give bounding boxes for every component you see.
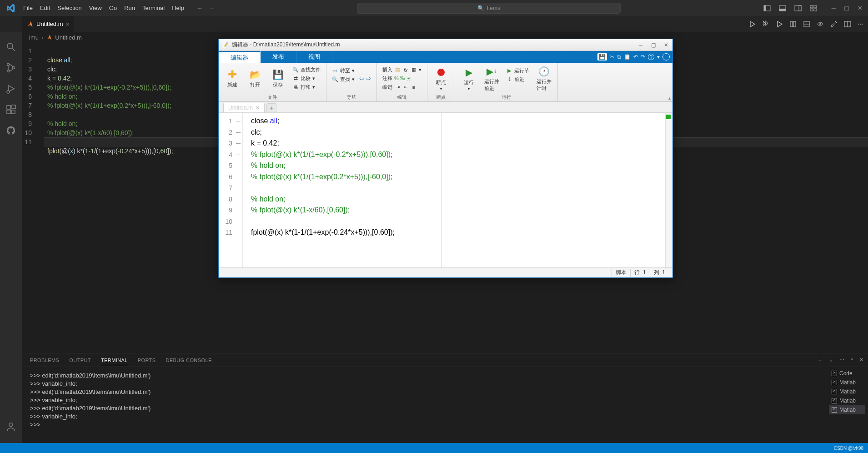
editor-tab-close-icon[interactable]: × xyxy=(66,20,70,28)
account-icon[interactable] xyxy=(5,421,16,432)
terminal-list-item[interactable]: Code xyxy=(829,369,865,378)
new-file-icon: ✚ xyxy=(226,69,238,81)
window-maximize-icon[interactable]: ▢ xyxy=(844,5,849,11)
compare-icon[interactable] xyxy=(789,20,797,28)
matlab-undo-icon[interactable]: ↶ xyxy=(633,54,638,60)
matlab-copy-icon[interactable]: ⧉ xyxy=(617,54,621,60)
more-ellipsis-icon[interactable]: ⋯ xyxy=(858,20,863,27)
svg-rect-21 xyxy=(790,21,793,27)
runsection-icon: ▶ xyxy=(506,67,512,74)
terminal-list-item[interactable]: Matlab xyxy=(829,396,865,405)
window-close-icon[interactable]: ✕ xyxy=(858,5,863,11)
matlab-runadvance-button[interactable]: ▶⇣运行并 前进 xyxy=(482,65,502,92)
matlab-find-button[interactable]: 🔍查找 ▾ xyxy=(330,76,356,83)
scm-icon[interactable] xyxy=(5,62,16,73)
matlab-cut-icon[interactable]: ✂ xyxy=(610,54,614,60)
matlab-advance-button[interactable]: ⇣前进 xyxy=(504,76,531,83)
menu-go[interactable]: Go xyxy=(105,3,120,13)
matlab-breakpoint-button[interactable]: 断点▾ xyxy=(431,66,451,91)
menu-edit[interactable]: Edit xyxy=(36,3,54,13)
matlab-redo-icon[interactable]: ↷ xyxy=(641,54,645,60)
matlab-runsection-button[interactable]: ▶运行节 xyxy=(504,67,531,75)
matlab-minimize-icon[interactable]: ─ xyxy=(637,42,644,48)
matlab-paste-icon[interactable]: 📋 xyxy=(624,54,631,60)
panel-tab-terminal[interactable]: TERMINAL xyxy=(101,357,128,365)
panel-close-icon[interactable]: ✕ xyxy=(859,357,863,363)
split-editor-icon[interactable] xyxy=(844,20,851,28)
matlab-help-icon[interactable]: ? xyxy=(648,54,654,60)
panel-tab-debugconsole[interactable]: DEBUG CONSOLE xyxy=(166,357,212,363)
editor-tab-untitled[interactable]: Untitled.m × xyxy=(22,16,75,32)
breadcrumb-imu[interactable]: imu xyxy=(29,34,39,41)
panel-tab-output[interactable]: OUTPUT xyxy=(69,357,91,363)
matlab-tab-publish[interactable]: 发布 xyxy=(261,51,296,63)
edit-pencil-icon[interactable] xyxy=(830,20,838,28)
menu-run[interactable]: Run xyxy=(120,3,139,13)
panel-tab-ports[interactable]: PORTS xyxy=(138,357,156,363)
section-icon[interactable] xyxy=(803,20,810,28)
matlab-new-button[interactable]: ✚新建 xyxy=(222,69,242,88)
panel-maximize-icon[interactable]: ^ xyxy=(851,357,853,363)
nav-forward-icon[interactable]: → xyxy=(208,5,214,11)
command-center-search[interactable]: 🔍 Items xyxy=(357,3,621,14)
matlab-print-button[interactable]: 🖶打印 ▾ xyxy=(291,83,322,91)
open-folder-icon: 📂 xyxy=(249,69,261,81)
terminal-list-item[interactable]: Matlab xyxy=(829,405,865,414)
matlab-insert-button[interactable]: 插入 ▤ fx ▦ ▾ xyxy=(381,66,423,74)
terminal-more-icon[interactable]: ⋯ xyxy=(839,357,844,363)
menu-terminal[interactable]: Terminal xyxy=(139,3,168,13)
layout-pane-left-icon[interactable] xyxy=(763,5,771,12)
layout-custom-icon[interactable] xyxy=(810,5,817,12)
nav-back-icon[interactable]: ← xyxy=(197,5,203,11)
search-activity-icon[interactable] xyxy=(5,41,16,52)
run-play3-icon[interactable] xyxy=(776,20,783,28)
matlab-findfile-button[interactable]: 🔍查找文件 xyxy=(291,66,322,74)
matlab-code-analyzer-icon[interactable] xyxy=(666,115,671,119)
terminal-dropdown-icon[interactable]: ⌄ xyxy=(829,357,833,363)
matlab-code-area[interactable]: 1234567891011 ———— close all; clc; k = 0… xyxy=(219,113,672,267)
debug-icon[interactable] xyxy=(5,83,16,94)
breadcrumb-file[interactable]: Untitled.m xyxy=(55,34,82,41)
matlab-goto-button[interactable]: ⇨转至 ▾ xyxy=(330,67,356,75)
menu-selection[interactable]: Selection xyxy=(54,3,85,13)
panel-tab-problems[interactable]: PROBLEMS xyxy=(30,357,59,363)
github-icon[interactable] xyxy=(5,125,16,136)
terminal-icon xyxy=(832,389,837,394)
matlab-split-line xyxy=(441,113,442,267)
layout-pane-right-icon[interactable] xyxy=(794,5,802,12)
matlab-add-tab-button[interactable]: ＋ xyxy=(266,103,276,112)
menu-file[interactable]: File xyxy=(20,3,36,13)
matlab-scrollbar[interactable] xyxy=(665,113,672,267)
reveal-icon[interactable] xyxy=(817,20,824,28)
extensions-icon[interactable] xyxy=(5,104,16,115)
terminal-new-icon[interactable]: ＋ xyxy=(818,357,823,363)
terminal-list-item[interactable]: Matlab xyxy=(829,378,865,387)
matlab-maximize-icon[interactable]: ▢ xyxy=(650,42,657,48)
matlab-corner-circle-icon[interactable] xyxy=(662,53,670,60)
matlab-min-ribbon-icon[interactable]: ▾ xyxy=(657,54,660,60)
matlab-filetab-close-icon[interactable]: ✕ xyxy=(256,105,260,111)
matlab-tab-editor[interactable]: 编辑器 xyxy=(219,51,261,63)
matlab-runtime-button[interactable]: 🕐运行并 计时 xyxy=(534,65,554,92)
svg-point-19 xyxy=(9,423,13,427)
terminal-list-item[interactable]: Matlab xyxy=(829,387,865,396)
matlab-titlebar[interactable]: 📝 编辑器 - D:\matlab2019\Items\imu\Untitled… xyxy=(219,39,672,51)
matlab-file-tab-untitled[interactable]: Untitled.m✕ xyxy=(223,103,265,112)
layout-pane-bottom-icon[interactable] xyxy=(779,5,786,12)
matlab-indent-button[interactable]: 缩进 ⇥ ⇤ ≡ xyxy=(381,83,423,91)
run-play-icon[interactable] xyxy=(748,20,756,28)
window-minimize-icon[interactable]: ─ xyxy=(832,5,836,11)
matlab-save-button[interactable]: 💾保存 xyxy=(268,69,288,88)
terminal-body[interactable]: >>> edit('d:\matlab2019\Items\imu\Untitl… xyxy=(22,367,868,433)
matlab-compare-button[interactable]: ⇄比较 ▾ xyxy=(291,75,322,82)
matlab-open-button[interactable]: 📂打开 xyxy=(245,69,265,88)
matlab-close-icon[interactable]: ✕ xyxy=(662,42,670,48)
menu-view[interactable]: View xyxy=(85,3,105,13)
matlab-tab-view[interactable]: 视图 xyxy=(296,51,332,63)
svg-rect-18 xyxy=(12,105,15,109)
run-play2-icon[interactable] xyxy=(762,20,769,28)
matlab-run-button[interactable]: ▶运行▾ xyxy=(459,66,479,91)
menu-help[interactable]: Help xyxy=(168,3,188,13)
matlab-save-qat-icon[interactable]: 💾 xyxy=(597,53,607,60)
matlab-comment-button[interactable]: 注释 % ‰ ⚹ xyxy=(381,75,423,82)
